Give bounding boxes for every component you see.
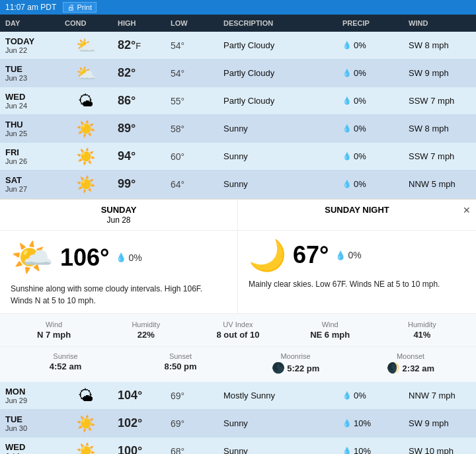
precipitation: 💧0% xyxy=(337,93,403,108)
night-temp-row: 🌙 67° 💧 0% xyxy=(249,237,465,273)
close-button[interactable]: ✕ xyxy=(463,205,471,215)
condition-icon: ⛅ xyxy=(60,35,112,56)
forecast-table: TODAYJun 22⛅82°F54°Partly Cloudy💧0%SW 8 … xyxy=(0,32,476,198)
col-cond: COND xyxy=(60,18,112,28)
day-cell: THUJun 25 xyxy=(0,117,60,140)
precip-icon: 💧 xyxy=(342,447,352,454)
table-row[interactable]: WEDJun 24🌤86°55°Partly Cloudy💧0%SSW 7 mp… xyxy=(0,87,476,115)
precip-icon: 💧 xyxy=(342,152,352,161)
table-row[interactable]: TUEJun 23⛅82°54°Partly Cloudy💧0%SW 9 mph… xyxy=(0,59,476,87)
high-temp: 100° xyxy=(112,441,165,454)
weather-description: Sunny xyxy=(218,416,337,431)
low-temp: 54° xyxy=(165,38,218,54)
moonset-item: Moonset 🌒 2:32 am xyxy=(356,352,465,374)
weather-description: Sunny xyxy=(218,176,337,192)
detail-night-header: SUNDAY NIGHT xyxy=(238,200,476,230)
condition-icon: ⛅ xyxy=(60,63,112,84)
sunrise-item: Sunrise 4:52 am xyxy=(11,352,120,374)
detail-day-content: 🌤️ 106° 💧 0% Sunshine along with some cl… xyxy=(0,231,238,313)
detail-content: 🌤️ 106° 💧 0% Sunshine along with some cl… xyxy=(0,231,476,313)
sunset-item: Sunset 8:50 pm xyxy=(126,352,235,374)
moonrise-icon: 🌑 xyxy=(272,362,285,373)
top-bar: 11:07 am PDT 🖨 Print xyxy=(0,0,476,15)
bottom-forecast-table: MONJun 29🌤104°69°Mostly Sunny💧0%NNW 7 mp… xyxy=(0,382,476,454)
weather-description: Mostly Sunny xyxy=(218,388,337,403)
moonrise-item: Moonrise 🌑 5:22 pm xyxy=(241,352,350,374)
low-temp: 58° xyxy=(165,121,218,137)
wind-info: NNW 7 mph xyxy=(403,388,476,403)
print-button[interactable]: 🖨 Print xyxy=(63,2,97,13)
night-description: Mainly clear skies. Low 67F. Winds NE at… xyxy=(249,278,447,290)
table-row[interactable]: MONJun 29🌤104°69°Mostly Sunny💧0%NNW 7 mp… xyxy=(0,382,476,410)
condition-icon: 🌤 xyxy=(60,91,112,112)
day-weather-icon: 🌤️ xyxy=(11,237,54,278)
precipitation: 💧10% xyxy=(337,443,403,454)
low-temp: 64° xyxy=(165,176,218,192)
table-row[interactable]: FRIJun 26☀️94°60°Sunny💧0%SSW 7 mph▶ xyxy=(0,143,476,170)
condition-icon: ☀️ xyxy=(60,413,112,434)
col-precip: PRECIP xyxy=(337,18,403,28)
table-row[interactable]: WEDJul 1☀️100°68°Sunny💧10%SW 10 mph▶ xyxy=(0,437,476,454)
high-temp: 82°F xyxy=(112,36,165,55)
precip-icon: 💧 xyxy=(342,180,352,188)
detail-panel: SUNDAY Jun 28 SUNDAY NIGHT ✕ 🌤️ 106° 💧 0… xyxy=(0,198,476,382)
printer-icon: 🖨 xyxy=(67,3,75,11)
night-weather-icon: 🌙 xyxy=(249,237,286,273)
sun-moon-row: Sunrise 4:52 am Sunset 8:50 pm Moonrise … xyxy=(0,346,476,382)
precipitation: 💧0% xyxy=(337,38,403,53)
precip-icon: 💧 xyxy=(342,69,352,77)
precipitation: 💧0% xyxy=(337,65,403,81)
weather-description: Partly Cloudy xyxy=(218,38,337,53)
day-cell: TODAYJun 22 xyxy=(0,34,60,57)
detail-header: SUNDAY Jun 28 SUNDAY NIGHT ✕ xyxy=(0,200,476,231)
precip-icon: 💧 xyxy=(342,124,352,133)
wind-info: SW 8 mph xyxy=(403,38,476,53)
table-row[interactable]: THUJun 25☀️89°58°Sunny💧0%SW 8 mph▶ xyxy=(0,115,476,143)
low-temp: 54° xyxy=(165,65,218,81)
wind-info: SW 9 mph xyxy=(403,65,476,81)
condition-icon: ☀️ xyxy=(60,174,112,195)
table-row[interactable]: SATJun 27☀️99°64°Sunny💧0%NNW 5 mph▶ xyxy=(0,170,476,198)
col-desc: DESCRIPTION xyxy=(218,18,337,28)
weather-description: Partly Cloudy xyxy=(218,65,337,81)
day-cell: FRIJun 26 xyxy=(0,145,60,168)
moonset-icon: 🌒 xyxy=(387,362,400,373)
table-row[interactable]: TODAYJun 22⛅82°F54°Partly Cloudy💧0%SW 8 … xyxy=(0,32,476,59)
table-header: DAY COND HIGH LOW DESCRIPTION PRECIP WIN… xyxy=(0,15,476,32)
precipitation: 💧10% xyxy=(337,416,403,431)
precip-icon: 💧 xyxy=(342,391,352,400)
day-precip: 💧 0% xyxy=(116,252,141,263)
detail-night-content: 🌙 67° 💧 0% Mainly clear skies. Low 67F. … xyxy=(238,231,476,313)
wind-info: SW 10 mph xyxy=(403,443,476,454)
precip-icon: 💧 xyxy=(342,419,352,428)
table-row[interactable]: TUEJun 30☀️102°69°Sunny💧10%SW 9 mph▶ xyxy=(0,410,476,437)
low-temp: 60° xyxy=(165,149,218,165)
precipitation: 💧0% xyxy=(337,176,403,192)
day-description: Sunshine along with some cloudy interval… xyxy=(11,283,209,307)
low-temp: 55° xyxy=(165,93,218,109)
high-temp: 99° xyxy=(112,174,165,194)
day-cell: SATJun 27 xyxy=(0,172,60,196)
condition-icon: 🌤 xyxy=(60,385,112,406)
col-high: HIGH xyxy=(112,18,165,28)
day-cell: TUEJun 23 xyxy=(0,61,60,85)
day-temp-row: 🌤️ 106° 💧 0% xyxy=(11,237,227,278)
weather-description: Partly Cloudy xyxy=(218,93,337,108)
high-temp: 89° xyxy=(112,119,165,138)
stats-row: Wind N 7 mph Humidity 22% UV Index 8 out… xyxy=(0,313,476,346)
precip-icon: 💧 xyxy=(342,41,352,50)
wind-info: SSW 7 mph xyxy=(403,149,476,164)
day-cell: MONJun 29 xyxy=(0,384,60,407)
stat-humidity-day: Humidity 22% xyxy=(102,321,189,340)
night-precip: 💧 0% xyxy=(335,250,361,260)
wind-info: SW 9 mph xyxy=(403,416,476,431)
wind-info: NNW 5 mph xyxy=(403,176,476,192)
high-temp: 104° xyxy=(112,386,165,405)
condition-icon: ☀️ xyxy=(60,118,112,139)
high-temp: 94° xyxy=(112,147,165,166)
precip-icon: 💧 xyxy=(342,96,352,105)
col-low: LOW xyxy=(165,18,218,28)
weather-description: Sunny xyxy=(218,149,337,164)
low-temp: 69° xyxy=(165,388,218,404)
col-day: DAY xyxy=(0,18,60,28)
